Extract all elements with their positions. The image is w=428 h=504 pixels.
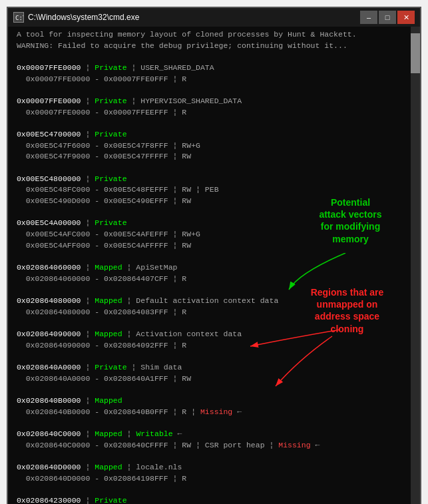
maximize-button[interactable]: □ [379,11,396,24]
window-title: C:\Windows\system32\cmd.exe [28,13,139,22]
terminal-line: 0x00007FFE0000 ¦ Private ¦ USER_SHARED_D… [12,63,416,74]
terminal-line: A tool for inspecting memory layout of c… [12,29,416,41]
terminal-line: WARNING: Failed to acquire the debug pri… [12,41,416,52]
terminal-line [12,51,416,63]
terminal-line: 0x00E5C47F6000 - 0x00E5C47F8FFF ¦ RW+G [12,140,416,152]
terminal-body: A tool for inspecting memory layout of c… [8,27,420,504]
terminal-line: 0x0208640A0000 - 0x0208640A1FFF ¦ RW [12,374,416,385]
close-button[interactable]: ✕ [397,11,415,24]
terminal-line: 0x00E5C47F9000 - 0x00E5C47FFFFF ¦ RW [12,151,416,162]
window: C:\ C:\Windows\system32\cmd.exe – □ ✕ A … [7,7,421,504]
terminal-line [12,451,416,463]
cmd-icon: C:\ [13,12,24,23]
terminal-line [12,85,416,96]
minimize-button[interactable]: – [360,11,377,24]
terminal-line [12,118,416,129]
svg-text:C:\: C:\ [15,15,23,21]
terminal-line: 0x00E5C4800000 ¦ Private [12,174,416,185]
red-annotation: Regions that areunmapped onaddress space… [289,286,405,335]
terminal-line: 0x0208640D0000 - 0x020864198FFF ¦ R [12,473,416,485]
screenshot-container: C:\ C:\Windows\system32\cmd.exe – □ ✕ A … [0,0,428,504]
terminal-line: 0x0208640B0000 ¦ Mapped [12,395,416,407]
terminal-line: 0x0208640C0000 - 0x0208640CFFFF ¦ RW ¦ C… [12,440,416,451]
terminal-line [12,485,416,496]
scrollbar[interactable] [411,27,420,504]
terminal-line: 0x00E5C4700000 ¦ Private [12,129,416,140]
terminal-line: 0x00007FFE0000 - 0x00007FFE0FFF ¦ R [12,74,416,85]
titlebar-buttons: – □ ✕ [360,11,415,24]
green-annotation: Potentialattack vectorsfor modifyingmemo… [296,196,405,245]
terminal-line: 0x0208640C0000 ¦ Mapped ¦ Writable ← [12,429,416,440]
terminal-line: 0x020864060000 - 0x020864407CFF ¦ R [12,274,416,285]
scrollbar-thumb[interactable] [411,33,420,73]
terminal-line [12,351,416,362]
terminal-line: 0x0208640A0000 ¦ Private ¦ Shim data [12,362,416,374]
terminal-line: 0x020864230000 ¦ Private [12,495,416,504]
terminal-line: 0x00007FFE0000 ¦ Private ¦ HYPERVISOR_SH… [12,96,416,107]
terminal-line: 0x0208640D0000 ¦ Mapped ¦ locale.nls [12,462,416,473]
titlebar: C:\ C:\Windows\system32\cmd.exe – □ ✕ [8,8,420,27]
terminal-line [12,385,416,396]
titlebar-left: C:\ C:\Windows\system32\cmd.exe [13,12,139,23]
terminal-line: 0x020864060000 ¦ Mapped ¦ ApiSetMap [12,262,416,274]
terminal-line: 0x020864090000 - 0x020864092FFF ¦ R [12,340,416,352]
terminal-line: 0x00E5C48FC000 - 0x00E5C48FEFFF ¦ RW ¦ P… [12,184,416,196]
terminal-line [12,251,416,262]
terminal-line [12,162,416,174]
terminal-line: 0x0208640B0000 - 0x0208640B0FFF ¦ R ¦ Mi… [12,407,416,418]
terminal-line: 0x00007FFE0000 - 0x00007FFEEFFF ¦ R [12,107,416,119]
terminal-line [12,418,416,429]
